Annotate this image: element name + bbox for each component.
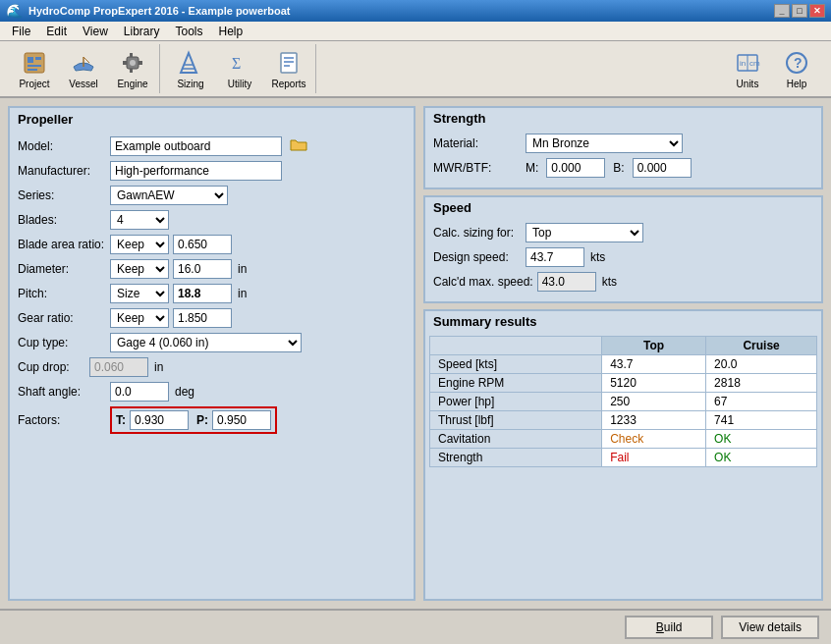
model-label: Model: [18,139,106,153]
toolbar-utility[interactable]: Σ Utility [217,46,262,91]
design-speed-input[interactable] [526,247,584,267]
blade-area-row: Blade area ratio: Keep Size [18,235,406,254]
sizing-label: Sizing [177,79,203,89]
cup-drop-label: Cup drop: [18,360,82,374]
svg-rect-10 [130,69,133,73]
calc-max-row: Calc'd max. speed: kts [433,272,813,292]
gear-input[interactable] [173,308,232,328]
manufacturer-input[interactable] [110,161,282,181]
calc-max-input[interactable] [537,272,596,292]
summary-row-top: Fail [602,449,706,467]
shaft-angle-row: Shaft angle: deg [18,382,406,402]
window-title: HydroComp PropExpert 2016 - Example powe… [28,5,291,17]
main-content: Propeller Model: Manufacturer: Series: [0,98,831,609]
summary-row: Power [hp]25067 [430,393,817,411]
menu-library[interactable]: Library [116,23,168,40]
right-panel: Strength Material: Mn Bronze Ni Aluminum… [423,106,823,601]
svg-rect-1 [28,57,33,63]
toolbar-engine[interactable]: Engine [110,46,155,91]
summary-row-top: 5120 [602,374,706,393]
pitch-mode-select[interactable]: Keep Size [110,284,169,303]
menu-tools[interactable]: Tools [168,23,211,40]
propeller-panel: Propeller Model: Manufacturer: Series: [8,106,416,601]
speed-panel-title: Speed [425,197,821,218]
factors-p-input[interactable] [212,410,271,430]
shaft-angle-input[interactable] [110,382,169,402]
maximize-button[interactable]: □ [792,4,807,18]
b-label: B: [613,161,624,175]
svg-text:in: in [740,59,746,68]
summary-row-cruise: OK [706,430,817,449]
blades-row: Blades: 3 4 5 6 [18,210,406,230]
menu-bar: File Edit View Library Tools Help [0,22,831,41]
close-button[interactable]: ✕ [809,4,825,18]
summary-row-cruise: OK [706,449,817,467]
factors-label: Factors: [18,413,106,427]
view-details-button[interactable]: View details [721,616,819,639]
minimize-button[interactable]: _ [774,4,790,18]
svg-rect-3 [28,65,41,67]
design-speed-label: Design speed: [433,250,522,264]
model-input[interactable] [110,136,282,156]
series-select[interactable]: GawnAEW Wageningen Newton-Rader [110,186,228,205]
material-select[interactable]: Mn Bronze Ni Aluminum Bronze Stainless S… [526,134,683,153]
blade-area-mode-select[interactable]: Keep Size [110,235,169,254]
cup-type-row: Cup type: None Gage 1 (0.015 in) Gage 2 … [18,333,406,352]
m-input[interactable] [546,158,605,178]
vessel-label: Vessel [69,79,97,89]
diameter-row: Diameter: Keep Size in [18,259,406,279]
summary-panel: Summary results Top Cruise Speed [kts]43… [423,309,823,601]
blade-area-input[interactable] [173,235,232,254]
pitch-unit: in [238,287,247,300]
menu-edit[interactable]: Edit [38,23,75,40]
diameter-unit: in [238,262,247,276]
cup-type-select[interactable]: None Gage 1 (0.015 in) Gage 2 (0.030 in)… [110,333,302,352]
app-icon: 🌊 [6,3,23,19]
summary-row-label: Power [hp] [430,393,602,411]
shaft-angle-unit: deg [175,385,194,399]
toolbar-reports[interactable]: Reports [266,46,311,91]
series-label: Series: [18,188,106,202]
toolbar: Project Vessel [0,41,831,98]
menu-view[interactable]: View [75,23,116,40]
toolbar-group-right: in cm Units ? Help [721,44,823,93]
summary-row: CavitationCheckOK [430,430,817,449]
toolbar-units[interactable]: in cm Units [725,46,770,91]
cup-drop-input[interactable] [89,357,148,377]
diameter-mode-select[interactable]: Keep Size [110,259,169,279]
pitch-input[interactable] [173,284,232,303]
gear-mode-select[interactable]: Keep Size [110,308,169,328]
shaft-angle-label: Shaft angle: [18,385,106,399]
window-controls[interactable]: _ □ ✕ [774,4,825,18]
summary-table: Top Cruise Speed [kts]43.720.0Engine RPM… [429,336,817,467]
diameter-input[interactable] [173,259,232,279]
summary-row-label: Thrust [lbf] [430,411,602,430]
pitch-label: Pitch: [18,287,106,300]
toolbar-sizing[interactable]: Sizing [168,46,213,91]
svg-rect-8 [138,61,142,65]
calc-sizing-label: Calc. sizing for: [433,226,522,240]
factors-p-label: P: [196,413,208,427]
blades-select[interactable]: 3 4 5 6 [110,210,169,230]
toolbar-project[interactable]: Project [12,46,57,91]
menu-file[interactable]: File [4,23,38,40]
svg-rect-9 [130,53,133,57]
summary-row-cruise: 67 [706,393,817,411]
build-button[interactable]: Build [625,616,713,639]
summary-row-top: Check [602,430,706,449]
svg-rect-4 [28,69,37,71]
toolbar-help[interactable]: ? Help [774,46,819,91]
calc-sizing-select[interactable]: Top Cruise Both [526,223,643,242]
model-folder-icon[interactable] [290,137,307,156]
build-label: Build [656,620,683,634]
summary-row: Engine RPM51202818 [430,374,817,393]
svg-point-6 [130,60,136,66]
menu-help[interactable]: Help [211,23,251,40]
mwr-label: MWR/BTF: [433,161,522,175]
b-input[interactable] [633,158,692,178]
design-speed-row: Design speed: kts [433,247,813,267]
factors-t-input[interactable] [130,410,189,430]
gear-row: Gear ratio: Keep Size [18,308,406,328]
calc-max-label: Calc'd max. speed: [433,275,533,289]
toolbar-vessel[interactable]: Vessel [61,46,106,91]
